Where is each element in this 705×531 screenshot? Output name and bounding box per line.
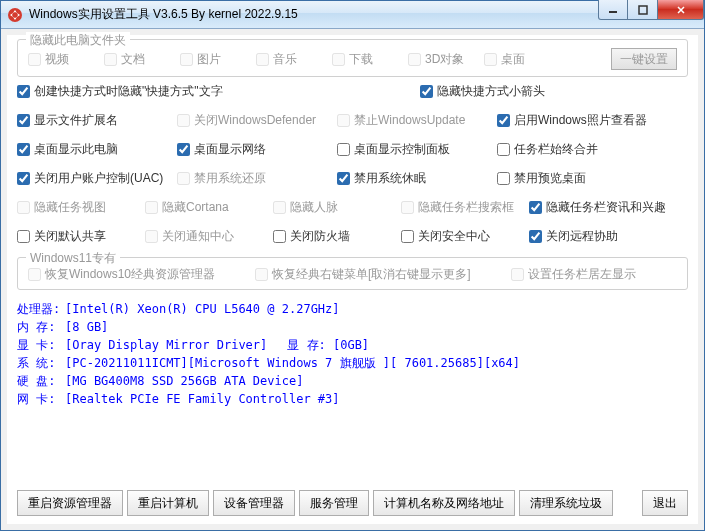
opt-1-2-checkbox [337,114,350,127]
opt-1-3-checkbox[interactable] [497,114,510,127]
folders-row: 视频文档图片音乐下载3D对象桌面一键设置 [28,48,677,70]
win11-chk-1-checkbox [255,268,268,281]
one-click-set-button: 一键设置 [611,48,677,70]
opt-4-0-label: 隐藏任务视图 [34,199,106,216]
folder-chk-0-checkbox [28,53,41,66]
opt-3-2[interactable]: 禁用系统休眠 [337,170,497,187]
folder-chk-3: 音乐 [256,51,332,68]
titlebar[interactable]: Windows实用设置工具 V3.6.5 By kernel 2022.9.15 [1,1,704,29]
opt-4-4-label: 隐藏任务栏资讯和兴趣 [546,199,666,216]
opt-4-3: 隐藏任务栏搜索框 [401,199,529,216]
opt-2-0-label: 桌面显示此电脑 [34,141,118,158]
bottom-toolbar: 重启资源管理器 重启计算机 设备管理器 服务管理 计算机名称及网络地址 清理系统… [17,490,688,516]
opt-row-3: 关闭用户账户控制(UAC)禁用系统还原禁用系统休眠禁用预览桌面 [17,170,688,187]
folder-chk-2-checkbox [180,53,193,66]
folder-chk-1-checkbox [104,53,117,66]
opt-0-2-label: 隐藏快捷方式小箭头 [437,83,545,100]
opt-2-0[interactable]: 桌面显示此电脑 [17,141,177,158]
folder-chk-0-label: 视频 [45,51,69,68]
opt-4-4[interactable]: 隐藏任务栏资讯和兴趣 [529,199,657,216]
sysinfo-value-4: [MG BG400M8 SSD 256GB ATA Device] [65,372,303,390]
opt-4-4-checkbox[interactable] [529,201,542,214]
opt-3-3[interactable]: 禁用预览桌面 [497,170,657,187]
app-icon [7,7,23,23]
opt-3-3-checkbox[interactable] [497,172,510,185]
opt-2-0-checkbox[interactable] [17,143,30,156]
win11-chk-2: 设置任务栏居左显示 [511,266,636,283]
win11-chk-0: 恢复Windows10经典资源管理器 [28,266,215,283]
opt-2-3-checkbox[interactable] [497,143,510,156]
opt-2-3-label: 任务栏始终合并 [514,141,598,158]
sysinfo-value-3: [PC-20211011ICMT][Microsoft Windows 7 旗舰… [65,354,520,372]
opt-1-0-checkbox[interactable] [17,114,30,127]
opt-0-0[interactable]: 创建快捷方式时隐藏"快捷方式"文字 [17,83,285,100]
main-window: Windows实用设置工具 V3.6.5 By kernel 2022.9.15… [0,0,705,531]
window-title: Windows实用设置工具 V3.6.5 By kernel 2022.9.15 [29,6,598,23]
device-manager-button[interactable]: 设备管理器 [213,490,295,516]
opt-3-1: 禁用系统还原 [177,170,337,187]
opt-3-2-checkbox[interactable] [337,172,350,185]
opt-0-2-checkbox[interactable] [420,85,433,98]
sysinfo-value-0: [Intel(R) Xeon(R) CPU L5640 @ 2.27GHz] [65,300,340,318]
opt-1-0[interactable]: 显示文件扩展名 [17,112,177,129]
folder-chk-5-label: 3D对象 [425,51,464,68]
opt-1-3[interactable]: 启用Windows照片查看器 [497,112,657,129]
opt-5-0[interactable]: 关闭默认共享 [17,228,145,245]
opt-5-4-checkbox[interactable] [529,230,542,243]
opt-2-2[interactable]: 桌面显示控制面板 [337,141,497,158]
win11-row: 恢复Windows10经典资源管理器恢复经典右键菜单[取消右键显示更多]设置任务… [28,266,677,283]
sysinfo-value-5: [Realtek PCIe FE Family Controller #3] [65,390,340,408]
computer-name-button[interactable]: 计算机名称及网络地址 [373,490,515,516]
sysinfo-line-5: 网 卡:[Realtek PCIe FE Family Controller #… [17,390,688,408]
folder-chk-5: 3D对象 [408,51,484,68]
opt-2-1-checkbox[interactable] [177,143,190,156]
maximize-button[interactable] [628,0,658,20]
opt-4-3-label: 隐藏任务栏搜索框 [418,199,514,216]
sysinfo-line-2: 显 卡:[Oray Display Mirror Driver]显 存: [0G… [17,336,688,354]
opt-3-0[interactable]: 关闭用户账户控制(UAC) [17,170,177,187]
exit-button[interactable]: 退出 [642,490,688,516]
opt-4-2-checkbox [273,201,286,214]
folder-chk-3-checkbox [256,53,269,66]
opt-0-2[interactable]: 隐藏快捷方式小箭头 [420,83,554,100]
minimize-button[interactable] [598,0,628,20]
win11-chk-1: 恢复经典右键菜单[取消右键显示更多] [255,266,471,283]
opt-5-1-checkbox [145,230,158,243]
opt-5-3-label: 关闭安全中心 [418,228,490,245]
sysinfo-line-0: 处理器:[Intel(R) Xeon(R) CPU L5640 @ 2.27GH… [17,300,688,318]
close-button[interactable] [658,0,704,20]
opt-1-2-label: 禁止WindowsUpdate [354,112,465,129]
opt-4-0: 隐藏任务视图 [17,199,145,216]
opt-0-0-checkbox[interactable] [17,85,30,98]
opt-5-0-checkbox[interactable] [17,230,30,243]
opt-1-1: 关闭WindowsDefender [177,112,337,129]
opt-5-0-label: 关闭默认共享 [34,228,106,245]
services-button[interactable]: 服务管理 [299,490,369,516]
win11-group: Windows11专有 恢复Windows10经典资源管理器恢复经典右键菜单[取… [17,257,688,290]
sysinfo-value-2: [Oray Display Mirror Driver] [65,336,267,354]
folder-chk-5-checkbox [408,53,421,66]
opt-5-2-label: 关闭防火墙 [290,228,350,245]
opt-3-0-checkbox[interactable] [17,172,30,185]
opt-5-2-checkbox[interactable] [273,230,286,243]
opt-5-2[interactable]: 关闭防火墙 [273,228,401,245]
window-controls [598,1,704,28]
folder-chk-3-label: 音乐 [273,51,297,68]
win11-chk-0-label: 恢复Windows10经典资源管理器 [45,266,215,283]
clean-system-button[interactable]: 清理系统垃圾 [519,490,613,516]
restart-computer-button[interactable]: 重启计算机 [127,490,209,516]
opt-2-1[interactable]: 桌面显示网络 [177,141,337,158]
win11-chk-2-label: 设置任务栏居左显示 [528,266,636,283]
folder-chk-6: 桌面 [484,51,560,68]
folder-chk-1: 文档 [104,51,180,68]
opt-5-4[interactable]: 关闭远程协助 [529,228,657,245]
svg-rect-1 [609,11,617,13]
sysinfo-line-3: 系 统:[PC-20211011ICMT][Microsoft Windows … [17,354,688,372]
restart-explorer-button[interactable]: 重启资源管理器 [17,490,123,516]
opt-2-2-checkbox[interactable] [337,143,350,156]
opt-5-3-checkbox[interactable] [401,230,414,243]
opt-5-3[interactable]: 关闭安全中心 [401,228,529,245]
opt-2-3[interactable]: 任务栏始终合并 [497,141,657,158]
folder-chk-6-label: 桌面 [501,51,525,68]
opt-1-3-label: 启用Windows照片查看器 [514,112,647,129]
